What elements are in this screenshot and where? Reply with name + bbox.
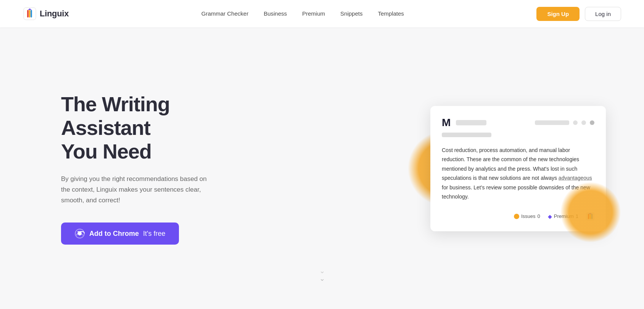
cta-text: Add to Chrome It's free (89, 230, 165, 238)
card-subtitle-placeholder (442, 133, 491, 137)
hero-section: The Writing Assistant You Need By giving… (0, 27, 644, 302)
svg-rect-4 (31, 10, 32, 18)
signup-button[interactable]: Sign Up (536, 7, 580, 21)
card-bold-letter: M (442, 117, 451, 129)
hero-title-line2: You Need (61, 140, 151, 163)
hero-title: The Writing Assistant You Need (61, 92, 244, 163)
nav-links: Grammar Checker Business Premium Snippet… (201, 10, 404, 17)
decoration-blob-right (560, 182, 621, 243)
premium-gem-icon: ◆ (548, 213, 552, 219)
issues-label: Issues (521, 213, 536, 219)
nav-actions: Sign Up Log in (536, 7, 621, 21)
issues-dot-icon (514, 214, 519, 219)
chrome-icon (75, 229, 85, 239)
card-dot-3 (590, 120, 594, 125)
nav-templates[interactable]: Templates (378, 10, 404, 17)
nav-premium[interactable]: Premium (302, 10, 325, 17)
hero-title-line1: The Writing Assistant (61, 93, 170, 139)
logo-link[interactable]: Linguix (23, 7, 69, 21)
svg-rect-3 (29, 10, 31, 18)
svg-rect-2 (27, 10, 29, 18)
card-dot-2 (581, 120, 586, 125)
card-topbar-bar (535, 120, 569, 125)
hero-left: The Writing Assistant You Need By giving… (61, 92, 244, 245)
hero-subtitle: By giving you the right recommendations … (61, 174, 214, 206)
scroll-arrow-bottom: ⌄ (319, 275, 325, 283)
logo-icon (23, 7, 37, 21)
nav-business[interactable]: Business (264, 10, 287, 17)
add-to-chrome-button[interactable]: Add to Chrome It's free (61, 223, 179, 245)
scroll-arrow-top: ⌄ (319, 267, 325, 275)
scroll-arrows: ⌄ ⌄ (319, 267, 325, 283)
card-linked-word[interactable]: advantageous (559, 175, 592, 181)
card-topbar-right (535, 120, 594, 125)
card-title-placeholder (456, 120, 486, 125)
card-topbar-left: M (442, 117, 486, 129)
navbar: Linguix Grammar Checker Business Premium… (0, 0, 644, 27)
login-button[interactable]: Log in (585, 7, 621, 21)
issues-count: 0 (538, 213, 540, 219)
card-issues-badge: Issues 0 (514, 213, 540, 219)
card-topbar: M (442, 117, 594, 129)
nav-grammar-checker[interactable]: Grammar Checker (201, 10, 248, 17)
logo-text: Linguix (40, 9, 69, 19)
card-dot-1 (573, 120, 578, 125)
cta-sub: It's free (143, 230, 165, 237)
hero-right: M Cost reduction, process automation, an… (430, 106, 606, 231)
nav-snippets[interactable]: Snippets (340, 10, 362, 17)
cta-main: Add to Chrome (89, 230, 139, 237)
